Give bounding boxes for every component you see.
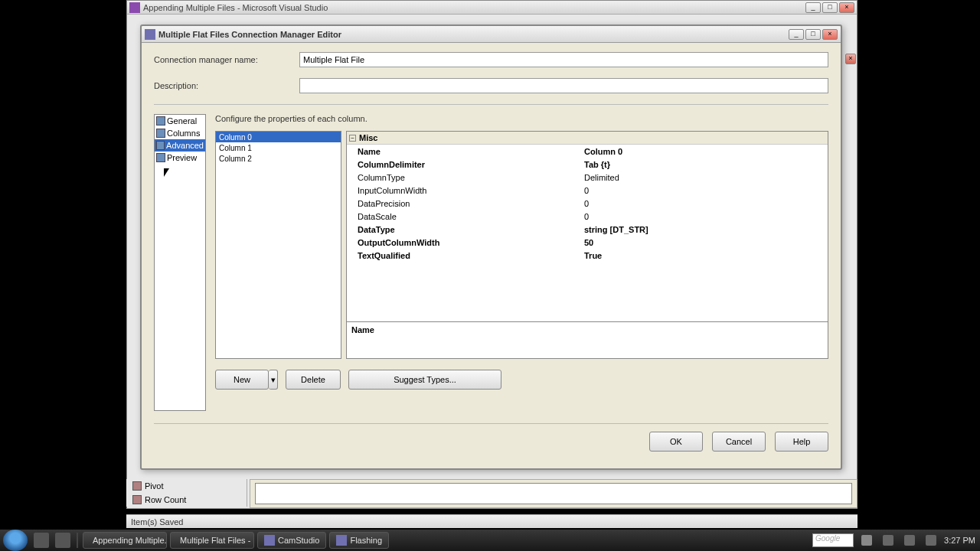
conn-name-input[interactable] [299, 52, 828, 67]
property-row[interactable]: NameColumn 0 [347, 145, 828, 158]
editor-minimize-button[interactable]: _ [789, 29, 804, 40]
toolbox-label: Pivot [145, 481, 163, 491]
content-hint: Configure the properties of each column. [215, 114, 828, 123]
ok-button[interactable]: OK [649, 432, 703, 452]
help-button[interactable]: Help [775, 432, 828, 452]
column-item[interactable]: Column 2 [216, 153, 341, 164]
divider [154, 104, 828, 105]
property-row[interactable]: DataPrecision0 [347, 197, 828, 210]
property-description-title: Name [351, 325, 823, 334]
task-icon [336, 535, 347, 546]
toolbox-label: Row Count [145, 495, 186, 504]
connection-manager-editor: Multiple Flat Files Connection Manager E… [140, 24, 842, 470]
task-label: Flashing [350, 536, 382, 545]
nav-label: General [167, 116, 197, 126]
nav-label: Advanced [166, 141, 204, 150]
editor-close-button[interactable]: × [822, 29, 838, 40]
property-value[interactable]: 50 [581, 238, 828, 247]
column-list[interactable]: Column 0Column 1Column 2 [215, 131, 341, 359]
property-row[interactable]: DataTypestring [DT_STR] [347, 223, 828, 236]
property-row[interactable]: InputColumnWidth0 [347, 184, 828, 197]
nav-item-advanced[interactable]: Advanced [155, 139, 205, 152]
nav-item-columns[interactable]: Columns [155, 127, 205, 139]
property-key: ColumnType [347, 173, 581, 182]
property-row[interactable]: ColumnDelimiterTab {t} [347, 158, 828, 171]
category-expander-icon[interactable]: − [349, 135, 356, 142]
search-icon[interactable] [861, 535, 872, 546]
tray-icon[interactable] [904, 535, 915, 546]
column-item[interactable]: Column 1 [216, 142, 341, 153]
taskbar-task[interactable]: Flashing [329, 532, 389, 549]
page-icon [156, 129, 165, 138]
taskbar-task[interactable]: Appending Multiple... [83, 532, 167, 549]
editor-title: Multiple Flat Files Connection Manager E… [158, 30, 789, 39]
vs-minimize-button[interactable]: _ [805, 2, 821, 13]
statusbar: Item(s) Saved [126, 514, 858, 528]
property-key: TextQualified [347, 251, 581, 260]
vs-titlebar[interactable]: Appending Multiple Files - Microsoft Vis… [127, 1, 857, 15]
editor-maximize-button[interactable]: □ [805, 29, 821, 40]
property-key: ColumnDelimiter [347, 160, 581, 169]
vs-close-button[interactable]: × [839, 2, 854, 13]
description-input[interactable] [299, 78, 828, 93]
task-label: Appending Multiple... [93, 536, 167, 545]
property-value[interactable]: Column 0 [581, 147, 828, 156]
vs-title: Appending Multiple Files - Microsoft Vis… [143, 3, 805, 12]
vs-icon [129, 2, 140, 13]
editor-icon [145, 29, 155, 40]
toolbox-item-pivot[interactable]: Pivot [126, 479, 247, 493]
new-dropdown-button[interactable]: ▾ [269, 370, 278, 390]
property-key: Name [347, 147, 581, 156]
status-text: Item(s) Saved [131, 517, 183, 527]
property-value[interactable]: string [DT_STR] [581, 225, 828, 234]
page-icon [156, 153, 165, 162]
new-button[interactable]: New [215, 370, 269, 390]
property-grid: − Misc NameColumn 0ColumnDelimiterTab {t… [346, 131, 828, 359]
nav-item-general[interactable]: General [155, 115, 205, 127]
lower-panel-inner [255, 483, 852, 504]
property-key: DataType [347, 225, 581, 234]
property-key: OutputColumnWidth [347, 238, 581, 247]
property-value[interactable]: 0 [581, 186, 828, 195]
property-value[interactable]: 0 [581, 199, 828, 208]
task-icon [264, 535, 275, 546]
toolbox-panel: Pivot Row Count [126, 479, 247, 507]
quicklaunch-icon[interactable] [55, 533, 70, 548]
task-label: CamStudio [278, 536, 319, 545]
property-value[interactable]: True [581, 251, 828, 260]
property-row[interactable]: DataScale0 [347, 210, 828, 223]
category-name: Misc [359, 133, 377, 142]
property-value[interactable]: 0 [581, 212, 828, 221]
page-icon [156, 141, 165, 150]
panel-close-button[interactable]: × [845, 54, 856, 64]
property-row[interactable]: ColumnTypeDelimited [347, 171, 828, 184]
property-value[interactable]: Tab {t} [581, 160, 828, 169]
taskbar-task[interactable]: CamStudio [257, 532, 326, 549]
delete-button[interactable]: Delete [286, 370, 341, 390]
nav-panel: GeneralColumnsAdvancedPreview [154, 114, 206, 411]
rowcount-icon [132, 495, 142, 504]
conn-name-label: Connection manager name: [154, 55, 299, 64]
property-key: DataScale [347, 212, 581, 221]
property-value[interactable]: Delimited [581, 173, 828, 182]
property-key: InputColumnWidth [347, 186, 581, 195]
pivot-icon [132, 481, 142, 491]
tray-icon[interactable] [883, 535, 893, 546]
suggest-types-button[interactable]: Suggest Types... [348, 370, 501, 390]
property-category[interactable]: − Misc [347, 132, 828, 145]
tray-icon[interactable] [926, 535, 936, 546]
vs-maximize-button[interactable]: □ [822, 2, 838, 13]
property-row[interactable]: TextQualifiedTrue [347, 249, 828, 262]
nav-item-preview[interactable]: Preview [155, 152, 205, 164]
taskbar: Appending Multiple...Multiple Flat Files… [0, 530, 980, 551]
property-row[interactable]: OutputColumnWidth50 [347, 236, 828, 249]
clock[interactable]: 3:27 PM [944, 536, 975, 545]
editor-titlebar[interactable]: Multiple Flat Files Connection Manager E… [142, 26, 841, 43]
cancel-button[interactable]: Cancel [712, 432, 766, 452]
column-item[interactable]: Column 0 [216, 132, 341, 142]
desktop-search-input[interactable]: Google [812, 533, 854, 547]
start-button[interactable] [3, 530, 28, 551]
quicklaunch-icon[interactable] [34, 533, 49, 548]
taskbar-task[interactable]: Multiple Flat Files - ... [170, 532, 254, 549]
toolbox-item-rowcount[interactable]: Row Count [126, 493, 247, 507]
